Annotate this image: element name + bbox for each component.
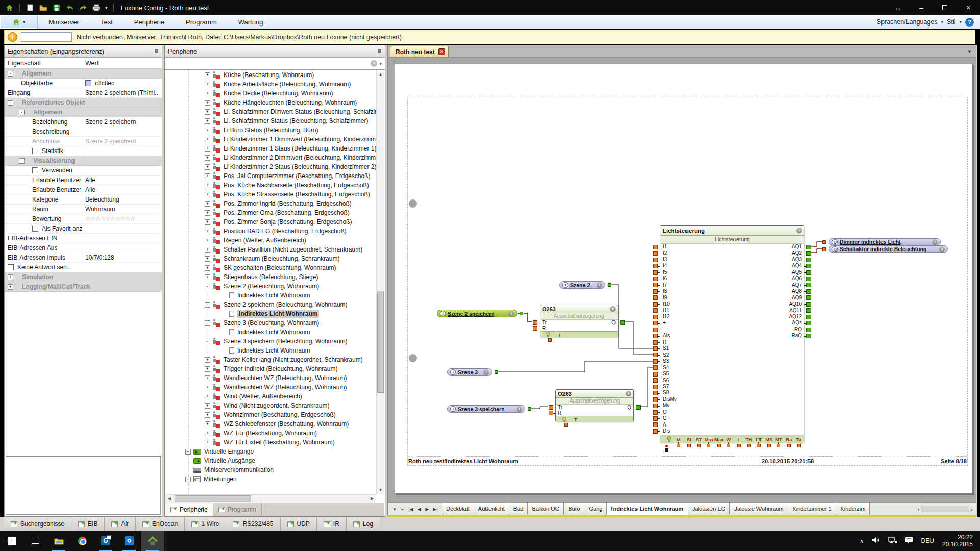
tree-item[interactable]: +Li. Schlafzimmer Status (Beleuchtung, S… <box>165 116 376 126</box>
expander-icon[interactable]: + <box>205 219 210 225</box>
block-input-mv[interactable]: Mv <box>660 403 732 409</box>
page-tab-kinderzim[interactable]: Kinderzim <box>836 503 870 515</box>
tree-vertical-scrollbar[interactable]: ▲ ▼ <box>376 70 384 494</box>
tree-item[interactable]: +Schrankraum (Beleuchtung, Schrankraum) <box>165 254 376 263</box>
scroll-thumb[interactable] <box>377 291 384 392</box>
tree-item[interactable]: +WZ Tür Fixteil (Beschattung, Wohnraum) <box>165 438 376 447</box>
property-row[interactable]: Erlaubte Benutzer ...Alle <box>5 176 162 185</box>
block-input-i12[interactable]: I12 <box>660 314 732 320</box>
block-output-aq9[interactable]: AQ9 <box>732 295 804 301</box>
tree-item[interactable]: -Szene 3 speichern (Beleuchtung, Wohnrau… <box>165 337 376 346</box>
property-value[interactable] <box>82 263 162 272</box>
property-row[interactable]: EIB-Adressen EIN <box>5 234 162 243</box>
tree-item[interactable]: Indirektes Licht Wohnraum <box>165 328 376 337</box>
notifications-icon[interactable] <box>905 537 913 545</box>
tree-item[interactable]: +WZ Tür (Beschattung, Wohnraum) <box>165 429 376 438</box>
file-explorer-button[interactable] <box>47 531 70 551</box>
tree-item[interactable]: +Pos. Zimmer Oma (Beschattung, Erdgescho… <box>165 208 376 217</box>
loxone-home-icon[interactable] <box>5 4 14 12</box>
quick-search-input[interactable] <box>21 32 72 42</box>
expander-icon[interactable]: + <box>205 72 210 78</box>
block-output-aq12[interactable]: AQ12 <box>732 314 804 320</box>
tab-scrollbar-track[interactable] <box>921 506 969 512</box>
expander-icon[interactable]: + <box>185 449 191 455</box>
block-input-i6[interactable]: I6 <box>660 276 732 282</box>
block-input-o[interactable]: O <box>660 409 732 415</box>
expander-icon[interactable]: + <box>205 164 210 170</box>
scroll-thumb[interactable] <box>175 495 251 502</box>
tree-item[interactable]: +Li Kinderzimmer 1 Dimmwert (Beleuchtung… <box>165 135 376 144</box>
page-tab-jalousie-wohnraum[interactable]: Jalousie Wohnraum <box>729 503 788 515</box>
expander-icon[interactable]: + <box>205 137 210 142</box>
block-input-s3[interactable]: S3 <box>660 358 732 364</box>
expander-icon[interactable]: + <box>205 118 210 124</box>
property-value[interactable] <box>82 243 162 253</box>
output-pin[interactable] <box>495 370 498 374</box>
tree-item[interactable]: +Stiegenhaus (Beleuchtung, Stiege) <box>165 272 376 282</box>
property-row[interactable]: Keine Antwort sen... <box>5 263 162 272</box>
expander-icon[interactable]: + <box>205 366 210 372</box>
tree-item[interactable]: +SK geschalten (Beleuchtung, Wohnraum) <box>165 263 376 272</box>
block-output-aq2[interactable]: AQ2 <box>732 250 804 256</box>
block-output-aq4[interactable]: AQ4 <box>732 263 804 269</box>
scroll-down-arrow[interactable]: ▼ <box>377 486 384 494</box>
tree-item[interactable]: +Küche Decke (Beleuchtung, Wohnraum) <box>165 89 376 98</box>
block-input-g[interactable]: G <box>660 415 732 421</box>
property-row[interactable]: KategorieBeleuchtung <box>5 195 162 205</box>
tree-item[interactable]: +Li Büro Status (Beleuchtung, Büro) <box>165 126 376 135</box>
pin-icon[interactable] <box>153 48 159 55</box>
page-menu-dropdown-icon[interactable]: ▾ <box>391 507 398 512</box>
menu-item-programm[interactable]: Programm <box>175 15 228 29</box>
tree-item[interactable]: +Pos. Zimmer Ingrid (Beschattung, Erdges… <box>165 199 376 208</box>
block-input-i7[interactable]: I7 <box>660 282 732 288</box>
dock-tab-air[interactable]: Air <box>105 517 136 531</box>
minimize-button[interactable]: – <box>910 0 933 15</box>
property-group-row[interactable]: +Logging/Mail/Call/Track <box>5 282 162 292</box>
block-input-r[interactable]: R <box>660 339 732 345</box>
checkbox[interactable] <box>32 167 38 173</box>
expander-icon[interactable]: + <box>205 146 210 152</box>
filter-dropdown-icon[interactable]: ▾ <box>379 61 383 66</box>
loxone-config-button[interactable] <box>141 531 164 551</box>
expander-icon[interactable]: + <box>205 229 210 234</box>
expander-icon[interactable]: + <box>185 477 191 482</box>
tree-item[interactable]: +Li Kinderzimmer 2 Dimmwert (Beleuchtung… <box>165 153 376 162</box>
home-menu-button[interactable]: ▾ <box>0 15 38 29</box>
parameter-pin[interactable] <box>787 444 791 447</box>
expander-icon[interactable]: - <box>205 320 210 326</box>
expander-icon[interactable]: + <box>205 357 210 363</box>
tree-item[interactable]: +Küche Arbeitsfläche (Beleuchtung, Wohnr… <box>165 80 376 89</box>
info-icon[interactable]: i <box>610 306 616 312</box>
close-button[interactable]: × <box>957 0 980 15</box>
page-tab-indirektes-licht-wohnraum[interactable]: Indirektes Licht Wohnraum <box>606 503 688 515</box>
output-pin[interactable] <box>608 283 611 287</box>
block-input-s2[interactable]: S2 <box>660 352 732 358</box>
block-input-i10[interactable]: I10 <box>660 301 732 307</box>
expander-icon[interactable]: + <box>205 247 210 253</box>
output-pin[interactable] <box>528 407 531 411</box>
dock-tab-enocean[interactable]: EnOcean <box>136 517 185 531</box>
expander-icon[interactable]: + <box>205 394 210 399</box>
dock-tab-udp[interactable]: UDP <box>281 517 317 531</box>
parameter-pin[interactable] <box>767 444 771 447</box>
dock-tab-ir[interactable]: IR <box>317 517 347 531</box>
last-page-icon[interactable]: ▶| <box>432 507 439 512</box>
block-output-aq10[interactable]: AQ10 <box>732 301 804 307</box>
next-page-icon[interactable]: ▶ <box>424 507 431 512</box>
property-row[interactable]: BezeichnungSzene 2 speichern <box>5 117 162 127</box>
tree-horizontal-scrollbar[interactable]: ◀ ▶ <box>165 494 376 503</box>
task-view-button[interactable] <box>23 531 47 551</box>
block-output-aq6[interactable]: AQ6 <box>732 276 804 282</box>
page-tab-deckblatt[interactable]: Deckblatt <box>442 503 474 515</box>
taskbar-clock[interactable]: 20:22 20.10.2015 <box>942 534 973 548</box>
page-tab-bad[interactable]: Bad <box>509 503 528 515</box>
master-pin[interactable] <box>665 448 668 452</box>
pin-icon[interactable] <box>376 48 382 55</box>
info-icon[interactable]: i <box>796 228 802 233</box>
input-reference-szene-3-speichern[interactable]: I Szene 3 speichern i <box>447 405 525 413</box>
property-group-row[interactable]: -Allgemein <box>5 108 162 117</box>
scroll-tabs-left-icon[interactable]: ‹ <box>918 506 920 512</box>
expander-icon[interactable]: - <box>8 100 13 106</box>
tree-item[interactable]: +Küche Hängeleuchten (Beleuchtung, Wohnr… <box>165 98 376 107</box>
block-output-rq[interactable]: RQ <box>732 327 804 333</box>
